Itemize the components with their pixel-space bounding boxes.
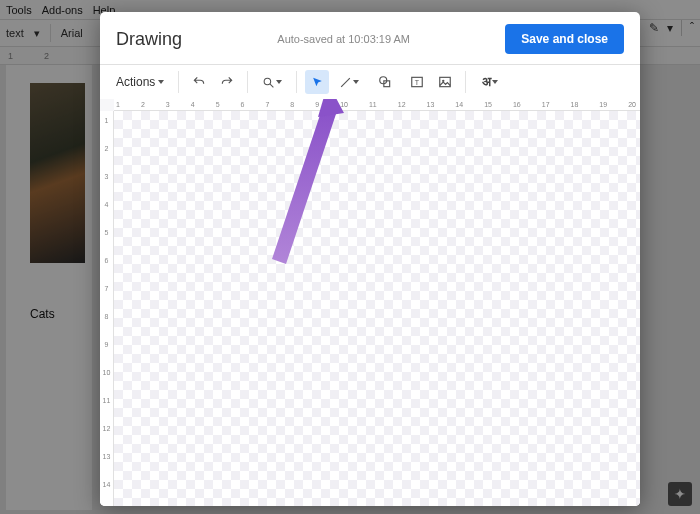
chevron-down-icon (276, 80, 282, 84)
svg-point-0 (265, 78, 272, 85)
special-char-icon: अ (482, 74, 491, 90)
explore-fab[interactable]: ✦ (668, 482, 692, 506)
textbox-icon: T (410, 75, 424, 89)
chevron-down-icon (492, 80, 498, 84)
pen-icon[interactable]: ✎ (649, 21, 659, 35)
chevron-down-icon (353, 80, 359, 84)
cursor-icon (311, 76, 324, 89)
svg-text:T: T (415, 79, 420, 86)
zoom-icon (262, 76, 275, 89)
autosave-status: Auto-saved at 10:03:19 AM (277, 33, 410, 45)
dialog-title: Drawing (116, 29, 182, 50)
image-icon (438, 75, 452, 89)
menu-tools[interactable]: Tools (6, 4, 32, 16)
chevron-down-icon (158, 80, 164, 84)
dialog-header: Drawing Auto-saved at 10:03:19 AM Save a… (100, 12, 640, 64)
special-characters-menu[interactable]: अ (474, 70, 506, 94)
svg-line-1 (270, 84, 273, 87)
canvas-container: 123 456 789 101112 131415 161718 192021 … (100, 99, 640, 506)
chevron-up-icon[interactable]: ˆ (690, 21, 694, 35)
inline-image (30, 83, 85, 263)
image-tool[interactable] (433, 70, 457, 94)
horizontal-ruler: 123 456 789 101112 131415 161718 192021 (114, 99, 640, 111)
image-caption: Cats (30, 307, 55, 321)
font-dropdown[interactable]: Arial (61, 27, 83, 39)
shape-icon (378, 75, 392, 89)
undo-button[interactable] (187, 70, 211, 94)
drawing-dialog: Drawing Auto-saved at 10:03:19 AM Save a… (100, 12, 640, 506)
zoom-menu[interactable] (256, 70, 288, 94)
menu-addons[interactable]: Add-ons (42, 4, 83, 16)
svg-rect-7 (440, 77, 451, 86)
docs-right-icons: ✎ ▾ ˆ (649, 20, 694, 36)
drawing-canvas[interactable] (114, 111, 640, 506)
vertical-ruler: 123 456 789 101112 131415 (100, 111, 114, 506)
select-tool[interactable] (305, 70, 329, 94)
save-and-close-button[interactable]: Save and close (505, 24, 624, 54)
line-tool[interactable] (333, 70, 365, 94)
style-dropdown[interactable]: text (6, 27, 24, 39)
actions-label: Actions (116, 75, 155, 89)
actions-menu[interactable]: Actions (110, 71, 170, 93)
drawing-toolbar: Actions T (100, 65, 640, 99)
undo-icon (192, 75, 206, 89)
redo-icon (220, 75, 234, 89)
redo-button[interactable] (215, 70, 239, 94)
svg-line-2 (342, 78, 351, 87)
line-icon (339, 76, 352, 89)
shape-tool[interactable] (369, 70, 401, 94)
text-box-tool[interactable]: T (405, 70, 429, 94)
